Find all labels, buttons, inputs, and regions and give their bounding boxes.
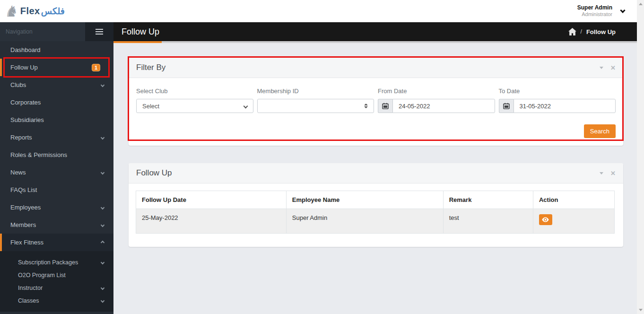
user-role: Administrator [577, 11, 612, 18]
to-date-input[interactable] [513, 99, 616, 113]
sidebar-section-label: Navigation [0, 28, 33, 35]
sidebar-item-classes[interactable]: Classes [0, 294, 113, 307]
cell-employee-name: Super Admin [286, 209, 443, 234]
cell-action [533, 209, 614, 234]
updown-arrows-icon [364, 104, 368, 108]
from-date-field: From Date [378, 87, 495, 113]
chevron-down-icon [101, 170, 104, 174]
page-header-bar: Follow Up / Follow Up [113, 22, 637, 41]
app-window: ♞ Flex فلكس Super Admin Administrator Na… [0, 0, 637, 314]
chevron-down-icon[interactable] [620, 8, 625, 13]
follow-up-panel: Follow Up ✕ Follow Up Date [129, 163, 623, 247]
calendar-icon [378, 99, 392, 113]
hamburger-menu-button[interactable] [85, 22, 113, 41]
user-menu[interactable]: Super Admin Administrator [577, 4, 625, 18]
chevron-down-icon [101, 286, 104, 289]
view-button[interactable] [539, 214, 552, 225]
sidebar-submenu-flex-fitness: Subscription Packages O2O Program List I… [0, 251, 113, 312]
close-icon[interactable]: ✕ [610, 170, 616, 176]
panel-tools: ✕ [600, 170, 616, 176]
chevron-down-icon [101, 223, 104, 227]
user-name: Super Admin [577, 4, 612, 11]
calendar-icon [499, 99, 513, 113]
eye-icon [542, 217, 549, 222]
notification-badge: 1 [92, 64, 100, 71]
sidebar-item-corporates[interactable]: Corporates [0, 94, 113, 111]
top-header: ♞ Flex فلكس Super Admin Administrator [0, 0, 637, 22]
filter-panel: Filter By ✕ Select Club Select [129, 58, 623, 146]
page-title: Follow Up [122, 27, 159, 37]
chevron-down-icon [101, 260, 104, 264]
select-club-dropdown[interactable]: Select [136, 99, 253, 113]
scroll-down-arrow[interactable] [637, 306, 644, 314]
column-header-remark: Remark [443, 191, 533, 209]
follow-up-panel-body: Follow Up Date Employee Name Remark Acti… [129, 183, 623, 247]
filter-panel-body: Select Club Select Membership ID [129, 78, 623, 146]
sidebar-item-news[interactable]: News [0, 164, 113, 181]
chevron-down-icon [101, 205, 104, 209]
brand-logo: ♞ Flex فلكس [5, 4, 65, 19]
table-row: 25-May-2022 Super Admin test [136, 209, 615, 234]
membership-id-field: Membership ID [257, 87, 374, 113]
breadcrumb: / Follow Up [568, 28, 616, 35]
from-date-input[interactable] [392, 99, 495, 113]
breadcrumb-separator: / [581, 28, 582, 35]
chevron-down-icon [101, 298, 104, 302]
scrollbar[interactable] [637, 0, 644, 314]
panel-title: Follow Up [136, 168, 172, 178]
breadcrumb-current: Follow Up [586, 28, 616, 35]
column-header-employee: Employee Name [286, 191, 443, 209]
cell-follow-up-date: 25-May-2022 [136, 209, 287, 234]
home-icon[interactable] [568, 28, 576, 35]
to-date-label: To Date [499, 87, 616, 95]
sidebar-item-dashboard[interactable]: Dashboard [0, 41, 113, 59]
membership-id-label: Membership ID [257, 87, 374, 95]
select-club-field: Select Club Select [136, 87, 253, 113]
brand-name-arabic: فلكس [41, 6, 65, 17]
sidebar-item-clubs[interactable]: Clubs [0, 76, 113, 94]
panel-title: Filter By [136, 63, 165, 72]
sidebar-item-subsidiaries[interactable]: Subsidiaries [0, 111, 113, 129]
from-date-label: From Date [378, 87, 495, 95]
follow-up-panel-header: Follow Up ✕ [129, 163, 623, 183]
membership-id-dropdown[interactable] [257, 99, 374, 113]
table-header-row: Follow Up Date Employee Name Remark Acti… [136, 191, 615, 209]
collapse-icon[interactable] [600, 172, 603, 174]
follow-up-table: Follow Up Date Employee Name Remark Acti… [136, 191, 615, 234]
chevron-down-icon [101, 135, 104, 139]
sidebar: Navigation Dashboard Follow Up 1 Clubs C… [0, 22, 113, 314]
horse-logo-icon: ♞ [5, 4, 18, 19]
sidebar-item-roles-permissions[interactable]: Roles & Permissions [0, 146, 113, 164]
sidebar-item-subscription-packages[interactable]: Subscription Packages [0, 256, 113, 269]
sidebar-item-instructor[interactable]: Instructor [0, 281, 113, 294]
sidebar-item-members[interactable]: Members [0, 216, 113, 234]
search-button[interactable]: Search [584, 124, 616, 138]
sidebar-item-employees[interactable]: Employees [0, 199, 113, 216]
sidebar-item-o2o-program-list[interactable]: O2O Program List [0, 269, 113, 281]
select-club-label: Select Club [136, 87, 253, 95]
collapse-icon[interactable] [600, 67, 603, 69]
close-icon[interactable]: ✕ [610, 65, 616, 71]
sidebar-item-faqs-list[interactable]: FAQs List [0, 181, 113, 199]
hamburger-icon [96, 29, 103, 30]
cell-remark: test [443, 209, 533, 234]
content-area: Filter By ✕ Select Club Select [113, 43, 637, 314]
user-info: Super Admin Administrator [577, 4, 612, 18]
column-header-action: Action [533, 191, 614, 209]
filter-panel-header: Filter By ✕ [129, 58, 623, 78]
brand-name: Flex [20, 6, 40, 17]
sidebar-header: Navigation [0, 22, 113, 41]
select-club-value: Select [142, 103, 159, 110]
column-header-date: Follow Up Date [136, 191, 287, 209]
sidebar-item-flex-fitness[interactable]: Flex Fitness [0, 234, 113, 251]
chevron-up-icon [101, 240, 104, 244]
scroll-up-arrow[interactable] [637, 0, 644, 8]
to-date-field: To Date [499, 87, 616, 113]
chevron-down-icon [101, 83, 104, 87]
sidebar-item-follow-up[interactable]: Follow Up 1 [0, 59, 113, 76]
sidebar-item-reports[interactable]: Reports [0, 129, 113, 146]
main-area: Follow Up / Follow Up Filter By [113, 22, 637, 314]
chevron-down-icon [243, 104, 248, 108]
panel-tools: ✕ [600, 65, 616, 71]
